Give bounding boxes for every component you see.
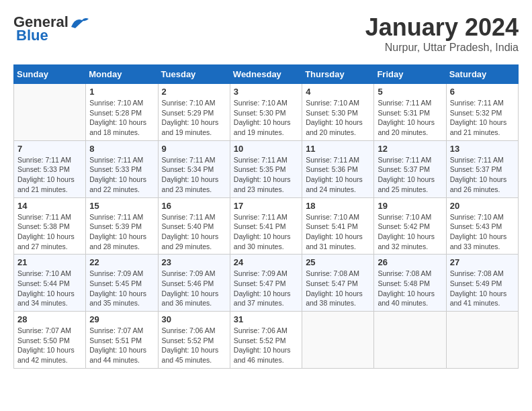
day-number: 9	[162, 144, 226, 154]
day-number: 27	[450, 257, 515, 267]
day-info: Sunrise: 7:11 AM Sunset: 5:39 PM Dayligh…	[89, 212, 154, 252]
weekday-header: Monday	[86, 65, 158, 84]
day-info: Sunrise: 7:11 AM Sunset: 5:40 PM Dayligh…	[162, 212, 226, 252]
calendar-cell: 14Sunrise: 7:11 AM Sunset: 5:38 PM Dayli…	[14, 197, 86, 255]
day-info: Sunrise: 7:11 AM Sunset: 5:37 PM Dayligh…	[450, 155, 515, 195]
month-title: January 2024	[365, 13, 519, 42]
calendar-cell: 25Sunrise: 7:08 AM Sunset: 5:47 PM Dayli…	[302, 255, 374, 312]
weekday-header: Sunday	[14, 65, 86, 84]
day-info: Sunrise: 7:10 AM Sunset: 5:43 PM Dayligh…	[450, 212, 515, 252]
day-info: Sunrise: 7:07 AM Sunset: 5:50 PM Dayligh…	[17, 326, 82, 365]
day-number: 25	[306, 257, 370, 267]
day-number: 22	[89, 257, 154, 267]
day-number: 11	[306, 144, 370, 154]
title-area: January 2024 Nurpur, Uttar Pradesh, Indi…	[365, 13, 519, 54]
day-number: 5	[378, 87, 442, 97]
day-info: Sunrise: 7:08 AM Sunset: 5:49 PM Dayligh…	[450, 269, 515, 308]
calendar-cell: 29Sunrise: 7:07 AM Sunset: 5:51 PM Dayli…	[86, 312, 158, 369]
day-info: Sunrise: 7:10 AM Sunset: 5:28 PM Dayligh…	[89, 98, 154, 138]
day-number: 18	[306, 201, 370, 211]
day-info: Sunrise: 7:11 AM Sunset: 5:31 PM Dayligh…	[378, 98, 442, 138]
calendar-cell: 19Sunrise: 7:10 AM Sunset: 5:42 PM Dayli…	[374, 197, 446, 255]
day-number: 24	[234, 257, 298, 267]
day-info: Sunrise: 7:10 AM Sunset: 5:41 PM Dayligh…	[306, 212, 370, 252]
day-info: Sunrise: 7:11 AM Sunset: 5:36 PM Dayligh…	[306, 155, 370, 195]
day-number: 1	[89, 87, 154, 97]
weekday-header: Friday	[374, 65, 446, 84]
day-info: Sunrise: 7:06 AM Sunset: 5:52 PM Dayligh…	[234, 326, 298, 365]
calendar-cell	[302, 312, 374, 369]
day-info: Sunrise: 7:10 AM Sunset: 5:29 PM Dayligh…	[162, 98, 226, 138]
day-info: Sunrise: 7:10 AM Sunset: 5:42 PM Dayligh…	[378, 212, 442, 252]
day-number: 2	[162, 87, 226, 97]
calendar-cell: 8Sunrise: 7:11 AM Sunset: 5:33 PM Daylig…	[86, 140, 158, 197]
day-info: Sunrise: 7:11 AM Sunset: 5:32 PM Dayligh…	[450, 98, 515, 138]
calendar-cell: 2Sunrise: 7:10 AM Sunset: 5:29 PM Daylig…	[158, 84, 230, 141]
day-number: 17	[234, 201, 298, 211]
calendar-week-row: 7Sunrise: 7:11 AM Sunset: 5:33 PM Daylig…	[14, 140, 519, 197]
calendar-cell: 18Sunrise: 7:10 AM Sunset: 5:41 PM Dayli…	[302, 197, 374, 255]
day-info: Sunrise: 7:08 AM Sunset: 5:47 PM Dayligh…	[306, 269, 370, 308]
day-number: 30	[162, 314, 226, 324]
day-number: 16	[162, 201, 226, 211]
calendar-cell: 7Sunrise: 7:11 AM Sunset: 5:33 PM Daylig…	[14, 140, 86, 197]
day-number: 8	[89, 144, 154, 154]
calendar-cell: 13Sunrise: 7:11 AM Sunset: 5:37 PM Dayli…	[446, 140, 518, 197]
day-number: 23	[162, 257, 226, 267]
day-number: 13	[450, 144, 515, 154]
day-number: 6	[450, 87, 515, 97]
calendar-cell: 26Sunrise: 7:08 AM Sunset: 5:48 PM Dayli…	[374, 255, 446, 312]
calendar-cell: 9Sunrise: 7:11 AM Sunset: 5:34 PM Daylig…	[158, 140, 230, 197]
day-info: Sunrise: 7:10 AM Sunset: 5:44 PM Dayligh…	[17, 269, 82, 308]
day-info: Sunrise: 7:06 AM Sunset: 5:52 PM Dayligh…	[162, 326, 226, 365]
day-info: Sunrise: 7:11 AM Sunset: 5:34 PM Dayligh…	[162, 155, 226, 195]
calendar-cell: 6Sunrise: 7:11 AM Sunset: 5:32 PM Daylig…	[446, 84, 518, 141]
day-number: 15	[89, 201, 154, 211]
calendar-cell	[374, 312, 446, 369]
calendar-cell: 15Sunrise: 7:11 AM Sunset: 5:39 PM Dayli…	[86, 197, 158, 255]
weekday-header: Wednesday	[230, 65, 302, 84]
day-info: Sunrise: 7:08 AM Sunset: 5:48 PM Dayligh…	[378, 269, 442, 308]
day-number: 7	[17, 144, 82, 154]
day-number: 14	[17, 201, 82, 211]
day-info: Sunrise: 7:07 AM Sunset: 5:51 PM Dayligh…	[89, 326, 154, 365]
calendar-week-row: 21Sunrise: 7:10 AM Sunset: 5:44 PM Dayli…	[14, 255, 519, 312]
day-info: Sunrise: 7:10 AM Sunset: 5:30 PM Dayligh…	[306, 98, 370, 138]
day-info: Sunrise: 7:09 AM Sunset: 5:45 PM Dayligh…	[89, 269, 154, 308]
logo: General Blue	[13, 13, 90, 44]
calendar-cell: 27Sunrise: 7:08 AM Sunset: 5:49 PM Dayli…	[446, 255, 518, 312]
calendar-cell	[14, 84, 86, 141]
day-number: 3	[234, 87, 298, 97]
calendar-cell: 31Sunrise: 7:06 AM Sunset: 5:52 PM Dayli…	[230, 312, 302, 369]
day-info: Sunrise: 7:11 AM Sunset: 5:35 PM Dayligh…	[234, 155, 298, 195]
day-info: Sunrise: 7:11 AM Sunset: 5:41 PM Dayligh…	[234, 212, 298, 252]
day-number: 29	[89, 314, 154, 324]
calendar-week-row: 1Sunrise: 7:10 AM Sunset: 5:28 PM Daylig…	[14, 84, 519, 141]
day-info: Sunrise: 7:10 AM Sunset: 5:30 PM Dayligh…	[234, 98, 298, 138]
calendar-week-row: 28Sunrise: 7:07 AM Sunset: 5:50 PM Dayli…	[14, 312, 519, 369]
day-number: 28	[17, 314, 82, 324]
day-number: 26	[378, 257, 442, 267]
day-number: 19	[378, 201, 442, 211]
day-info: Sunrise: 7:09 AM Sunset: 5:46 PM Dayligh…	[162, 269, 226, 308]
day-number: 20	[450, 201, 515, 211]
calendar-cell: 28Sunrise: 7:07 AM Sunset: 5:50 PM Dayli…	[14, 312, 86, 369]
day-number: 10	[234, 144, 298, 154]
day-number: 21	[17, 257, 82, 267]
logo-bird-icon	[70, 15, 90, 30]
calendar-cell: 10Sunrise: 7:11 AM Sunset: 5:35 PM Dayli…	[230, 140, 302, 197]
calendar-cell: 17Sunrise: 7:11 AM Sunset: 5:41 PM Dayli…	[230, 197, 302, 255]
weekday-header: Tuesday	[158, 65, 230, 84]
day-info: Sunrise: 7:11 AM Sunset: 5:38 PM Dayligh…	[17, 212, 82, 252]
calendar-cell: 23Sunrise: 7:09 AM Sunset: 5:46 PM Dayli…	[158, 255, 230, 312]
calendar-cell	[446, 312, 518, 369]
logo-blue: Blue	[16, 27, 48, 44]
calendar-cell: 21Sunrise: 7:10 AM Sunset: 5:44 PM Dayli…	[14, 255, 86, 312]
calendar-cell: 12Sunrise: 7:11 AM Sunset: 5:37 PM Dayli…	[374, 140, 446, 197]
page-header: General Blue January 2024 Nurpur, Uttar …	[13, 13, 519, 54]
day-info: Sunrise: 7:11 AM Sunset: 5:37 PM Dayligh…	[378, 155, 442, 195]
calendar-cell: 1Sunrise: 7:10 AM Sunset: 5:28 PM Daylig…	[86, 84, 158, 141]
day-info: Sunrise: 7:11 AM Sunset: 5:33 PM Dayligh…	[17, 155, 82, 195]
location: Nurpur, Uttar Pradesh, India	[365, 42, 519, 54]
day-number: 4	[306, 87, 370, 97]
